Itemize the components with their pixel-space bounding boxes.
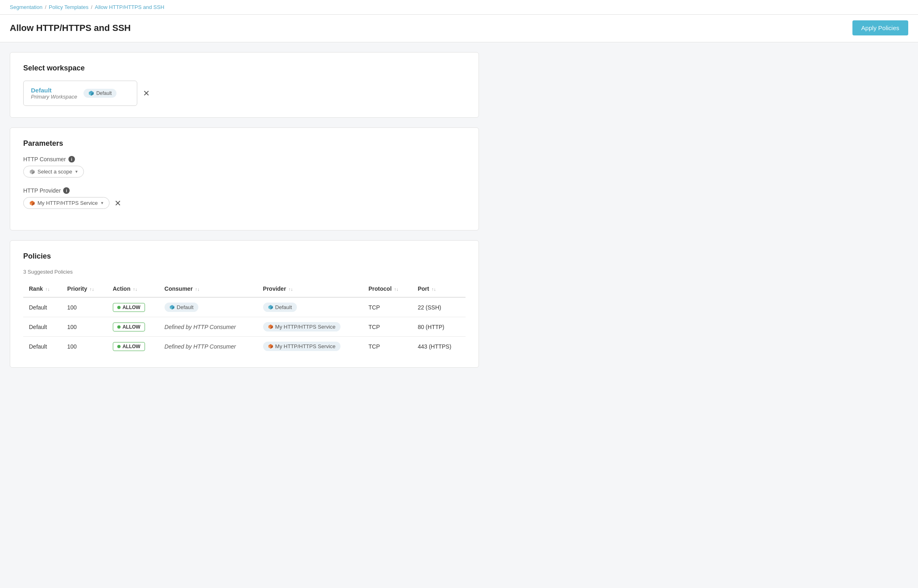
workspace-item[interactable]: Default Primary Workspace Default [23, 81, 137, 106]
col-action[interactable]: Action ↑↓ [107, 281, 159, 297]
scope-dropdown-label: Select a scope [37, 169, 72, 175]
col-protocol[interactable]: Protocol ↑↓ [363, 281, 412, 297]
policies-section: Policies 3 Suggested Policies Rank ↑↓ Pr… [10, 240, 479, 368]
row-2-rank: Default [23, 337, 61, 356]
workspace-section-title: Select workspace [23, 64, 466, 72]
row-0-rank: Default [23, 297, 61, 317]
provider-sort-icon: ↑↓ [288, 287, 293, 292]
col-provider[interactable]: Provider ↑↓ [257, 281, 363, 297]
main-content: Select workspace Default Primary Workspa… [0, 42, 489, 387]
workspace-section: Select workspace Default Primary Workspa… [10, 52, 479, 118]
row-1-port: 80 (HTTP) [412, 317, 466, 337]
workspace-info: Default Primary Workspace [31, 87, 77, 100]
http-provider-dropdown[interactable]: My HTTP/HTTPS Service ▾ [23, 197, 110, 209]
row-0-consumer: Default [159, 297, 257, 317]
row-1-provider: My HTTP/HTTPS Service [257, 317, 363, 337]
provider-remove-button[interactable]: ✕ [114, 198, 122, 208]
cube-icon-scope [29, 169, 35, 175]
rank-sort-icon: ↑↓ [45, 287, 50, 292]
policies-table: Rank ↑↓ Priority ↑↓ Action ↑↓ Consumer ↑… [23, 281, 466, 356]
workspace-badge: Default [83, 89, 116, 98]
workspace-sub: Primary Workspace [31, 94, 77, 100]
cube-icon-orange [29, 200, 35, 206]
col-rank[interactable]: Rank ↑↓ [23, 281, 61, 297]
workspace-name: Default [31, 87, 77, 94]
row-0-protocol: TCP [363, 297, 412, 317]
policies-section-title: Policies [23, 252, 466, 261]
consumer-sort-icon: ↑↓ [195, 287, 200, 292]
row-2-priority: 100 [61, 337, 107, 356]
col-priority[interactable]: Priority ↑↓ [61, 281, 107, 297]
table-row: Default100ALLOW Default Default TCP22 (S… [23, 297, 466, 317]
breadcrumb-segmentation[interactable]: Segmentation [10, 4, 42, 10]
table-row: Default100ALLOWDefined by HTTP Consumer … [23, 317, 466, 337]
row-0-port: 22 (SSH) [412, 297, 466, 317]
row-2-action: ALLOW [107, 337, 159, 356]
col-consumer[interactable]: Consumer ↑↓ [159, 281, 257, 297]
provider-dropdown-chevron: ▾ [101, 200, 103, 206]
badge-label: Default [96, 90, 112, 96]
action-sort-icon: ↑↓ [133, 287, 137, 292]
row-2-port: 443 (HTTPS) [412, 337, 466, 356]
http-provider-group: HTTP Provider i My HTTP/HTTPS Service ▾ … [23, 187, 466, 209]
page-header: Allow HTTP/HTTPS and SSH Apply Policies [0, 15, 918, 42]
scope-dropdown-chevron: ▾ [75, 169, 78, 174]
breadcrumb-policy-templates[interactable]: Policy Templates [49, 4, 88, 10]
page-title: Allow HTTP/HTTPS and SSH [10, 23, 131, 33]
col-port[interactable]: Port ↑↓ [412, 281, 466, 297]
http-consumer-scope-dropdown[interactable]: Select a scope ▾ [23, 166, 84, 178]
row-1-rank: Default [23, 317, 61, 337]
provider-row: My HTTP/HTTPS Service ▾ ✕ [23, 197, 466, 209]
breadcrumb: Segmentation / Policy Templates / Allow … [0, 0, 918, 15]
row-2-provider: My HTTP/HTTPS Service [257, 337, 363, 356]
parameters-section: Parameters HTTP Consumer i Select a scop… [10, 127, 479, 230]
workspace-remove-button[interactable]: ✕ [142, 88, 151, 98]
protocol-sort-icon: ↑↓ [394, 287, 398, 292]
http-consumer-text: HTTP Consumer [23, 156, 66, 162]
row-1-consumer: Defined by HTTP Consumer [159, 317, 257, 337]
row-2-protocol: TCP [363, 337, 412, 356]
row-2-consumer: Defined by HTTP Consumer [159, 337, 257, 356]
priority-sort-icon: ↑↓ [90, 287, 94, 292]
row-0-priority: 100 [61, 297, 107, 317]
breadcrumb-sep-2: / [91, 4, 92, 10]
breadcrumb-current: Allow HTTP/HTTPS and SSH [95, 4, 165, 10]
port-sort-icon: ↑↓ [432, 287, 436, 292]
row-0-action: ALLOW [107, 297, 159, 317]
row-1-protocol: TCP [363, 317, 412, 337]
http-consumer-label: HTTP Consumer i [23, 156, 466, 162]
http-provider-info-icon[interactable]: i [63, 187, 70, 194]
cube-icon-blue [88, 90, 94, 96]
row-0-provider: Default [257, 297, 363, 317]
table-row: Default100ALLOWDefined by HTTP Consumer … [23, 337, 466, 356]
provider-dropdown-label: My HTTP/HTTPS Service [37, 200, 98, 206]
http-consumer-group: HTTP Consumer i Select a scope ▾ [23, 156, 466, 178]
suggested-count: 3 Suggested Policies [23, 269, 466, 275]
http-provider-text: HTTP Provider [23, 187, 61, 194]
parameters-section-title: Parameters [23, 139, 466, 148]
row-1-priority: 100 [61, 317, 107, 337]
workspace-row: Default Primary Workspace Default ✕ [23, 81, 466, 106]
apply-policies-button[interactable]: Apply Policies [852, 20, 908, 35]
breadcrumb-sep-1: / [45, 4, 46, 10]
http-consumer-info-icon[interactable]: i [68, 156, 75, 162]
table-header-row: Rank ↑↓ Priority ↑↓ Action ↑↓ Consumer ↑… [23, 281, 466, 297]
row-1-action: ALLOW [107, 317, 159, 337]
http-provider-label: HTTP Provider i [23, 187, 466, 194]
